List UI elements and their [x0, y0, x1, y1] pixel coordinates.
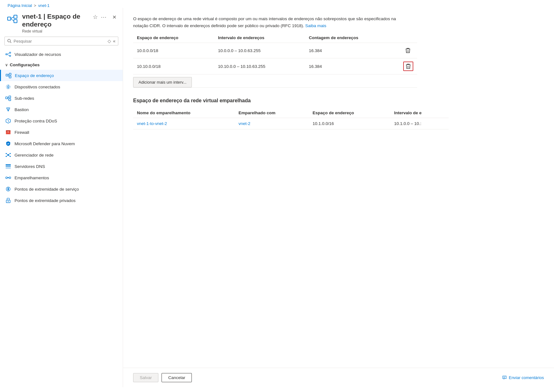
delete-row-1-button[interactable]	[403, 46, 413, 55]
vnet-icon	[5, 72, 12, 79]
peering-range-cell: 10.1.0.0 – 10.:	[390, 118, 449, 129]
cancel-button[interactable]: Cancelar	[162, 373, 192, 382]
svg-point-33	[6, 153, 7, 154]
sidebar-item-defender[interactable]: Microsoft Defender para Nuvem	[0, 138, 123, 149]
devices-icon	[5, 84, 11, 90]
delete-cell	[399, 43, 417, 58]
svg-line-10	[7, 53, 9, 54]
subnet-icon	[5, 95, 11, 101]
sidebar-item-espaco-endereco[interactable]: Espaço de endereço	[0, 70, 123, 81]
svg-point-36	[10, 156, 11, 157]
close-icon[interactable]: ✕	[112, 14, 116, 20]
add-interval-row: Adicionar mais um interv...	[133, 74, 417, 88]
sidebar-item-label: Firewall	[15, 130, 29, 135]
svg-rect-50	[7, 198, 9, 200]
svg-point-47	[7, 188, 9, 190]
peering-section: Espaço de endereço da rede virtual empar…	[133, 98, 544, 129]
svg-rect-21	[6, 97, 8, 99]
save-button[interactable]: Salvar	[133, 373, 158, 382]
sidebar-item-label: Gerenciador de rede	[15, 153, 54, 157]
trash-icon	[406, 63, 411, 69]
svg-line-40	[9, 156, 10, 156]
favorite-icon[interactable]: ☆	[93, 14, 98, 21]
sidebar-item-pontos-privados[interactable]: Pontos de extremidade privados	[0, 195, 123, 206]
peering-table: Nome do emparelhamento Emparelhado com E…	[133, 108, 449, 129]
more-options-icon[interactable]: ···	[101, 14, 107, 21]
delete-row-2-button[interactable]	[403, 62, 413, 71]
svg-point-52	[8, 201, 9, 202]
breadcrumb-home[interactable]: Página Inicial	[8, 3, 32, 8]
sidebar-item-pontos-servico[interactable]: Pontos de extremidade de serviço	[0, 183, 123, 195]
svg-rect-2	[14, 20, 17, 23]
network-manager-icon	[5, 152, 11, 158]
sidebar-item-subredes[interactable]: Sub-redes	[0, 92, 123, 104]
feedback-label: Enviar comentários	[509, 375, 544, 380]
sidebar-item-label: Emparelhamentos	[15, 175, 49, 180]
col-header-space: Espaço de endereço	[133, 33, 214, 43]
address-count-cell: 16.384	[305, 58, 399, 74]
sidebar-item-label: Espaço de endereço	[15, 73, 54, 78]
nav-group-configuracoes[interactable]: ∨ Configurações	[0, 60, 123, 70]
breadcrumb-current[interactable]: vnet-1	[38, 3, 50, 8]
svg-rect-31	[6, 130, 10, 132]
sidebar-item-label: Proteção contra DDoS	[15, 119, 57, 123]
peering-section-title: Espaço de endereço da rede virtual empar…	[133, 98, 544, 104]
col-header-peering-space: Espaço de endereço	[309, 108, 390, 118]
table-row: 10.0.0.0/18 10.0.0.0 – 10.0.63.255 16.38…	[133, 43, 417, 58]
firewall-icon	[5, 129, 11, 135]
sidebar-item-ddos[interactable]: Proteção contra DDoS	[0, 115, 123, 127]
feedback-icon	[502, 375, 507, 380]
description-text: O espaço de endereço de uma rede virtual…	[133, 15, 404, 29]
search-icon	[7, 39, 12, 43]
sidebar-item-visualizador[interactable]: Visualizador de recursos	[0, 49, 123, 60]
svg-point-8	[9, 52, 11, 53]
sidebar-item-gerenciador[interactable]: Gerenciador de rede	[0, 149, 123, 161]
filter-icon[interactable]: ◇	[108, 39, 111, 44]
sidebar-item-label: Dispositivos conectados	[15, 85, 60, 89]
sidebar-item-dispositivos[interactable]: Dispositivos conectados	[0, 81, 123, 92]
learn-more-link[interactable]: Saiba mais	[305, 23, 327, 28]
peered-with-link[interactable]: vnet-2	[239, 121, 250, 126]
svg-point-32	[7, 154, 9, 156]
col-header-range: Intervalo de endereços	[214, 33, 305, 43]
collapse-icon[interactable]: «	[113, 39, 115, 44]
address-count-cell: 16.384	[305, 43, 399, 58]
add-interval-button[interactable]: Adicionar mais um interv...	[133, 77, 192, 87]
peering-table-row: vnet-1-to-vnet-2 vnet-2 10.1.0.0/16 10.1…	[133, 118, 449, 129]
search-input[interactable]	[14, 39, 105, 44]
svg-rect-1	[14, 15, 17, 18]
svg-point-35	[6, 156, 7, 157]
sidebar-item-label: Visualizador de recursos	[15, 52, 61, 57]
address-space-cell: 10.10.0.0/18	[133, 58, 214, 74]
svg-rect-42	[6, 166, 11, 167]
feedback-link[interactable]: Enviar comentários	[502, 375, 544, 380]
page-title: vnet-1 | Espaço de endereço	[22, 12, 89, 28]
sidebar-item-label: Microsoft Defender para Nuvem	[15, 141, 75, 146]
peered-with-cell: vnet-2	[235, 118, 309, 129]
content-footer: Salvar Cancelar Enviar comentários	[123, 368, 554, 387]
svg-point-45	[9, 177, 11, 179]
svg-rect-12	[6, 74, 8, 76]
dns-icon	[5, 163, 11, 169]
sidebar-item-emparelhamentos[interactable]: Emparelhamentos	[0, 172, 123, 183]
peering-name-cell: vnet-1-to-vnet-2	[133, 118, 235, 129]
svg-rect-14	[9, 76, 11, 78]
svg-rect-0	[8, 17, 11, 20]
sidebar-item-label: Pontos de extremidade de serviço	[15, 187, 79, 192]
network-icon	[5, 51, 11, 57]
sidebar-item-dns[interactable]: Servidores DNS	[0, 161, 123, 172]
col-header-peered-with: Emparelhado com	[235, 108, 309, 118]
col-header-peering-name: Nome do emparelhamento	[133, 108, 235, 118]
trash-icon	[405, 48, 410, 53]
address-range-cell: 10.0.0.0 – 10.0.63.255	[214, 43, 305, 58]
delete-cell	[399, 58, 417, 74]
peering-name-link[interactable]: vnet-1-to-vnet-2	[137, 121, 167, 126]
sidebar-item-label: Pontos de extremidade privados	[15, 198, 76, 203]
sidebar-item-firewall[interactable]: Firewall	[0, 127, 123, 138]
search-bar: ◇ «	[4, 37, 118, 45]
address-space-table: Espaço de endereço Intervalo de endereço…	[133, 33, 417, 88]
page-icon	[6, 13, 18, 25]
sidebar-item-bastion[interactable]: Bastion	[0, 104, 123, 115]
svg-point-17	[7, 86, 9, 88]
svg-point-44	[6, 177, 7, 179]
